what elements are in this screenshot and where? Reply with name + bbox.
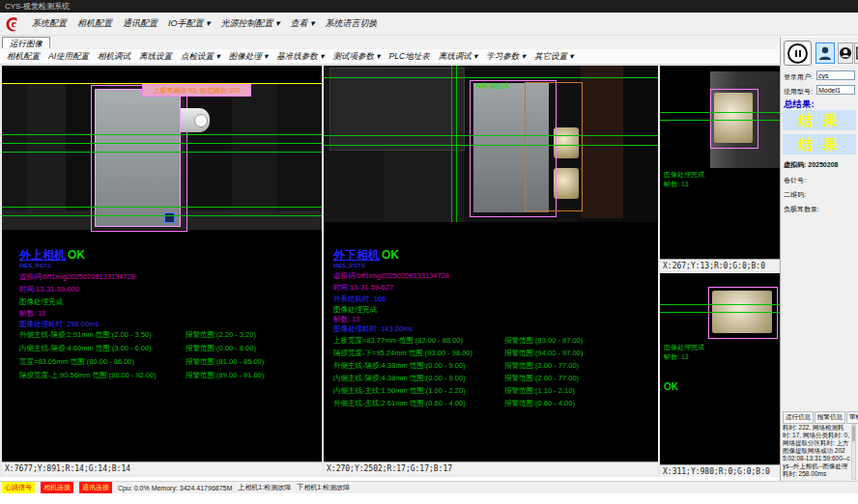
- measurement-value: 内侧主线-主线:1.90mm 范围:(1.00 - 2.20): [333, 386, 504, 396]
- alarm-range: 报警范围:(2.20 - 3.20): [186, 330, 256, 340]
- process-done-text: 图像处理完成: [333, 305, 377, 315]
- menu-item-comm-config[interactable]: 通讯配置: [123, 17, 157, 30]
- tool-image-process[interactable]: 图像处理 ▾: [229, 51, 269, 63]
- menu-item-system-config[interactable]: 系统配置: [32, 17, 67, 30]
- guide-line-green: [2, 134, 322, 135]
- measurement-row: 隔膜宽度-上:90.56mm 范围:(88.00 - 92.00) 报警范围:(…: [19, 371, 264, 380]
- machinery-frame: [581, 66, 623, 218]
- virtual-code: 虚拟码:0ff1img20250208133134728: [333, 271, 449, 281]
- roi-outline-magenta: [708, 287, 778, 339]
- tool-spot-check[interactable]: 点检设置 ▾: [181, 51, 220, 63]
- lower-camera-status: 下相机1:检测故障: [297, 483, 350, 492]
- user-filled-icon: [840, 46, 851, 60]
- frame-count: 帧数: 13: [664, 180, 689, 189]
- camera-view-small-top[interactable]: 图像处理完成 帧数: 13: [660, 66, 780, 259]
- menu-item-view[interactable]: 查看 ▾: [291, 17, 315, 30]
- measurement-value: 外侧主线-隔膜:4.38mm 范围:(0.00 - 9.00): [333, 361, 504, 371]
- ok-status: OK: [68, 248, 85, 262]
- log-scrollbar[interactable]: [851, 424, 856, 480]
- tool-offline-debug[interactable]: 离线调试 ▾: [439, 51, 478, 63]
- camera-view-upper-outer[interactable]: 上极耳阈值:93, 动态阈值:100 外上相机OK MES_RST:1 虚拟码:…: [2, 66, 322, 462]
- log-tab-strip: 运行信息 报警信息 审核信息: [783, 411, 858, 424]
- tool-camera-debug[interactable]: 相机调试: [98, 51, 130, 63]
- log-scrollbar-thumb[interactable]: [852, 426, 855, 441]
- virtual-code-value: 20250208: [808, 161, 838, 168]
- logout-button[interactable]: [854, 42, 858, 64]
- measurement-row: 内侧主线-隔膜:4.60mm 范围:(3.00 - 6.00) 报警范围:(0.…: [19, 344, 256, 353]
- measurement-row: 上板宽度=83.77mm 范围:(82.00 - 88.00) 报警范围:(83…: [333, 336, 583, 346]
- guide-line-green: [660, 112, 780, 113]
- alarm-range: 报警范围:(0.00 - 8.00): [186, 344, 256, 353]
- upper-camera-status: 上相机1:检测故障: [238, 483, 291, 492]
- process-elapsed: 图像处理耗时: 143.00ms: [333, 324, 413, 334]
- tool-ai-config[interactable]: AI使用配置: [48, 51, 89, 63]
- control-panel: 登录用户: 使用型号: 总结果: 结 果 结 果 虚拟码: 20250208 卷…: [780, 37, 858, 483]
- connector-image: [181, 108, 210, 132]
- alarm-range: 报警范围:(2.00 - 77.00): [504, 361, 579, 371]
- camera-name: 外上相机: [19, 248, 66, 262]
- mes-result: MES_RST:0: [333, 263, 365, 268]
- guide-line-green: [2, 215, 322, 216]
- tool-offline-setting[interactable]: 离线设置: [139, 51, 172, 63]
- menu-item-camera-config[interactable]: 相机配置: [77, 17, 112, 30]
- menu-item-light-config[interactable]: 光源控制配置 ▾: [221, 17, 280, 30]
- camera-result-title: 外下相机OK: [333, 247, 399, 264]
- camera-view-lower-outer[interactable]: AI检测区域 外下相机OK MES_RST:0 虚拟码:0ff1img20250…: [324, 66, 658, 462]
- login-user-field[interactable]: [816, 70, 855, 80]
- log-tab-alarm[interactable]: 报警信息: [815, 411, 845, 424]
- menu-item-language[interactable]: 系统语言切换: [326, 17, 378, 30]
- menu-item-io-config[interactable]: IO手配置 ▾: [168, 17, 211, 30]
- alarm-range: 报警范围:(83.00 - 87.00): [504, 336, 583, 346]
- cpu-memory-status: Cpu: 0.0% Memory: 3424.41796875M: [118, 485, 232, 491]
- tool-other-settings[interactable]: 其它设置 ▾: [534, 51, 574, 63]
- tool-learn-params[interactable]: 学习参数 ▾: [486, 51, 526, 63]
- guide-line-green: [660, 120, 780, 121]
- qr-code-label: 二维码:: [784, 190, 806, 200]
- guide-line-green: [2, 152, 322, 153]
- frame-count: 帧数: 13: [19, 309, 46, 319]
- model-select[interactable]: [816, 85, 855, 95]
- guide-line-green-vertical: [451, 66, 452, 222]
- measurement-row: 内侧主线-主线:1.90mm 范围:(1.00 - 2.20) 报警范围:(1.…: [333, 386, 575, 396]
- ok-status: OK: [382, 248, 399, 262]
- tab-run-image[interactable]: 运行图像: [2, 37, 50, 48]
- ok-status: OK: [664, 381, 678, 392]
- tool-plc-address[interactable]: PLC地址表: [389, 51, 430, 63]
- guide-line-green: [324, 77, 658, 78]
- tool-test-params[interactable]: 测试项参数 ▾: [332, 51, 380, 63]
- operator-mode-button[interactable]: [815, 42, 835, 64]
- tool-camera-config[interactable]: 相机配置: [7, 51, 40, 63]
- menu-bar: 系统配置 相机配置 通讯配置 IO手配置 ▾ 光源控制配置 ▾ 查看 ▾ 系统语…: [0, 13, 858, 36]
- capture-time: 时间:13-31-59-600: [19, 285, 79, 294]
- log-tab-audit[interactable]: 审核信息: [846, 411, 858, 424]
- measurement-row: 内侧主线-隔膜:4.38mm 范围:(0.00 - 9.00) 报警范围:(2.…: [333, 374, 579, 383]
- pixel-coords: X:267;Y:13;R:0;G:0;B:0: [663, 262, 765, 270]
- measurement-row: 外侧主线-隔膜:4.38mm 范围:(0.00 - 9.00) 报警范围:(2.…: [333, 361, 579, 371]
- app-window: CYS-视觉检测系统 系统配置 相机配置 通讯配置 IO手配置 ▾ 光源控制配置…: [0, 0, 858, 504]
- run-log-text: 耗时: 222, 网络检测耗时: 17, 网络分类耗时: 0, 网络提取分区耗时…: [783, 424, 850, 480]
- guide-line-green: [2, 143, 322, 144]
- window-titlebar: CYS-视觉检测系统: [0, 0, 858, 13]
- admin-mode-button[interactable]: [838, 42, 853, 64]
- process-done-text: 图像处理完成: [664, 343, 704, 352]
- roi-outline-magenta: [710, 89, 758, 149]
- toolbar: 相机配置 AI使用配置 相机调试 离线设置 点检设置 ▾ 图像处理 ▾ 基准线参…: [0, 49, 779, 65]
- measurement-value: 内侧主线-隔膜:4.38mm 范围:(0.00 - 9.00): [333, 374, 504, 383]
- result-box-lower: 结 果: [783, 134, 856, 154]
- user-icon: [818, 45, 832, 61]
- threshold-overlay-label: 上极耳阈值:93, 动态阈值:100: [142, 84, 251, 97]
- log-tab-run[interactable]: 运行信息: [783, 411, 814, 424]
- status-bar: 心跳信号 相机连接 通讯连接 Cpu: 0.0% Memory: 3424.41…: [0, 481, 858, 493]
- alarm-range: 报警范围:(2.00 - 77.00): [504, 374, 579, 383]
- measurement-row: 外侧主线-隔膜:2.91mm 范围:(2.00 - 3.50) 报警范围:(2.…: [19, 330, 256, 340]
- alarm-range: 报警范围:(81.00 - 85.00): [186, 357, 264, 367]
- measurement-value: 外侧主线-主线:2.61mm 范围:(0.60 - 4.00): [333, 399, 504, 408]
- camera-view-small-bottom[interactable]: 图像处理完成 帧数: 13 OK: [660, 273, 780, 464]
- guide-line-green: [660, 304, 780, 305]
- tool-baseline-params[interactable]: 基准线参数 ▾: [276, 51, 324, 63]
- pixel-coords-strip: X:311;Y:980;R:0;G:0;B:0: [660, 464, 780, 477]
- tab-count-label: 负极耳数量:: [784, 205, 819, 214]
- tab-strip: 运行图像: [0, 36, 779, 50]
- pause-button[interactable]: [784, 41, 812, 66]
- alarm-range: 报警范围:(1.10 - 2.10): [504, 386, 575, 396]
